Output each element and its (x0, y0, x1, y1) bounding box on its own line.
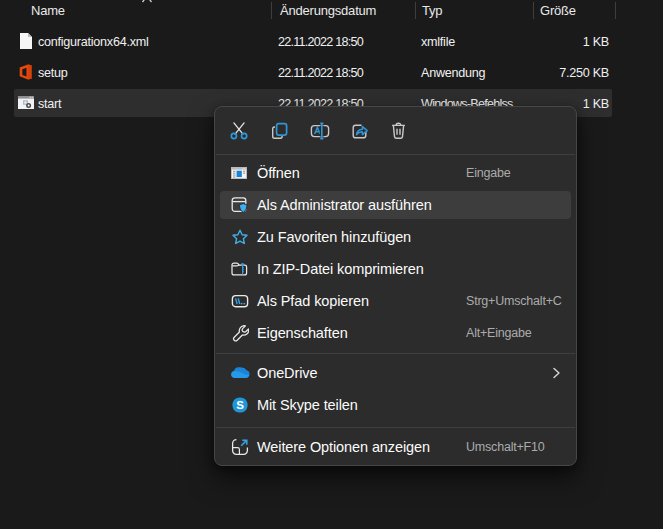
svg-text:S: S (236, 399, 244, 411)
